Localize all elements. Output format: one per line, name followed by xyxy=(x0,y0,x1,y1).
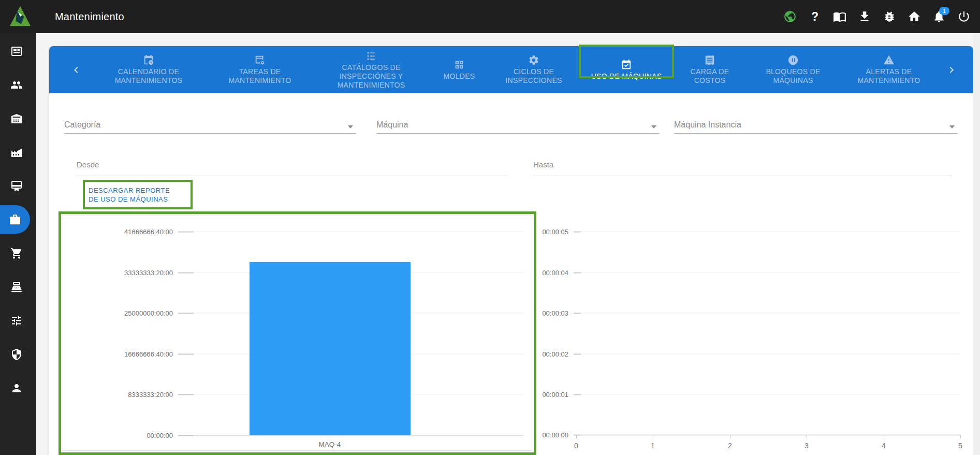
certificate-icon xyxy=(10,180,23,192)
sidebar-item-profile[interactable] xyxy=(0,371,36,405)
tab-alertas-de-mantenimiento[interactable]: ALERTAS DE MANTENIMIENTO xyxy=(840,46,938,93)
tab-tareas-de-mantenimiento[interactable]: TAREAS DE MANTENIMIENTO xyxy=(208,46,312,93)
desde-date-input[interactable]: Desde xyxy=(77,160,506,176)
home-icon[interactable] xyxy=(908,10,921,23)
tab-label: CATÁLOGOS DE INSPECCIÓNES Y MANTENIMIENT… xyxy=(315,63,428,90)
x-category-label: MAQ-4 xyxy=(288,440,371,448)
gridline-row: 00:00:05 xyxy=(534,228,960,236)
maquina-select[interactable]: Máquina xyxy=(376,120,660,134)
tab-label: ALERTAS DE MANTENIMIENTO xyxy=(843,67,935,85)
power-icon[interactable] xyxy=(957,10,971,23)
sidebar-item-factory[interactable] xyxy=(0,135,36,169)
y-tick-label: 00:00:03 xyxy=(534,309,574,317)
list-icon xyxy=(365,50,377,62)
x-tick xyxy=(576,435,577,438)
y-tick-label: 8333333:20:00 xyxy=(63,391,178,399)
categoria-select[interactable]: Categoría xyxy=(64,120,356,134)
x-tick-label: 4 xyxy=(873,442,894,450)
y-tick-label: 33333333:20:00 xyxy=(63,269,178,277)
sidebar-item-security[interactable] xyxy=(0,337,36,371)
calendar-check-icon xyxy=(621,59,632,70)
vertical-scrollbar[interactable] xyxy=(973,33,980,455)
notification-badge: 1 xyxy=(939,7,949,15)
left-chart-highlight-box: 41666666:40:00 33333333:20:00 25000000:0… xyxy=(58,211,536,455)
tab-label: CARGA DE COSTOS xyxy=(676,67,743,85)
warning-icon xyxy=(883,54,895,66)
download-report-link[interactable]: DESCARGAR REPORTE DE USO DE MÁQUINAS xyxy=(83,180,193,209)
page-title: Mantenimiento xyxy=(55,11,124,23)
hasta-date-input[interactable]: Hasta xyxy=(533,160,952,176)
book-icon[interactable] xyxy=(833,10,846,23)
cash-register-icon xyxy=(10,281,23,293)
factory-icon xyxy=(10,146,23,159)
tab-label: TAREAS DE MANTENIMIENTO xyxy=(211,67,309,85)
sidebar-item-people[interactable] xyxy=(0,68,36,102)
y-tick-label: 16666666:40:00 xyxy=(63,350,178,358)
tab-bloqueos-de-maquinas[interactable]: BLOQUEOS DE MÁQUINAS xyxy=(747,46,840,93)
table-settings-icon xyxy=(254,54,266,66)
pause-circle-icon xyxy=(787,54,799,66)
sidebar-item-warehouse[interactable] xyxy=(0,102,36,135)
download-icon[interactable] xyxy=(858,10,871,23)
tab-catalogos-de-inspecciones[interactable]: CATÁLOGOS DE INSPECCIÓNES Y MANTENIMIENT… xyxy=(312,46,431,93)
y-tick-label: 00:00:00 xyxy=(534,431,574,439)
receipt-icon xyxy=(704,54,715,66)
y-tick-label: 00:00:00 xyxy=(63,432,178,439)
desde-label: Desde xyxy=(77,160,506,169)
tab-label: CICLOS DE INSPECCIONES xyxy=(491,67,577,85)
download-report-line1: DESCARGAR REPORTE xyxy=(89,186,191,195)
y-tick-label: 25000000:00:00 xyxy=(63,309,178,317)
chevron-left-icon[interactable] xyxy=(70,64,82,76)
x-tick-label: 1 xyxy=(642,442,663,450)
globe-icon[interactable] xyxy=(783,10,797,23)
sidebar-item-settings[interactable] xyxy=(0,304,36,337)
x-tick xyxy=(807,435,807,438)
shield-icon xyxy=(10,348,23,361)
download-report-line2: DE USO DE MÁQUINAS xyxy=(89,195,191,204)
tab-label: BLOQUEOS DE MÁQUINAS xyxy=(750,67,837,85)
tab-label: USO DE MÁQUINAS xyxy=(591,72,662,81)
briefcase-icon xyxy=(9,214,21,226)
gridline-row: 00:00:03 xyxy=(534,309,960,317)
sidebar-item-maintenance[interactable] xyxy=(0,203,36,236)
tab-label: MOLDES xyxy=(444,72,475,81)
y-tick-label: 41666666:40:00 xyxy=(63,228,178,236)
y-tick-label: 00:00:01 xyxy=(534,391,574,399)
sidebar-item-certificates[interactable] xyxy=(0,169,36,203)
hasta-label: Hasta xyxy=(533,160,952,169)
x-tick-label: 5 xyxy=(950,442,971,450)
tab-carga-de-costos[interactable]: CARGA DE COSTOS xyxy=(673,46,747,93)
top-app-bar: Mantenimiento ? 1 xyxy=(0,0,980,33)
x-tick xyxy=(884,435,884,438)
gridline-row: 00:00:02 xyxy=(534,350,960,358)
sidebar-item-sales[interactable] xyxy=(0,270,36,304)
help-icon[interactable]: ? xyxy=(808,10,822,23)
tab-uso-de-maquinas[interactable]: USO DE MÁQUINAS xyxy=(580,46,673,93)
warehouse-icon xyxy=(10,112,23,125)
grid-icon xyxy=(454,59,465,70)
chevron-down-icon xyxy=(651,125,656,129)
chevron-down-icon xyxy=(348,125,353,129)
gridline-row: 41666666:40:00 xyxy=(63,228,523,236)
maquina-label: Máquina xyxy=(376,120,660,130)
machine-usage-bar-chart: 41666666:40:00 33333333:20:00 25000000:0… xyxy=(63,216,532,451)
tab-ciclos-de-inspecciones[interactable]: CICLOS DE INSPECCIONES xyxy=(488,46,580,93)
person-icon xyxy=(10,382,23,394)
tab-moldes[interactable]: MOLDES xyxy=(431,46,488,93)
chevron-down-icon xyxy=(949,125,955,129)
tab-label: CALENDARIO DE MANTENIMIENTOS xyxy=(92,67,205,85)
sidebar-item-purchases[interactable] xyxy=(0,236,36,270)
secondary-time-chart: 00:00:05 00:00:04 00:00:03 00:00:02 00:0… xyxy=(534,211,972,455)
topbar-actions: ? 1 xyxy=(783,10,971,23)
chevron-right-icon[interactable] xyxy=(945,64,958,76)
sidebar-item-dashboard[interactable] xyxy=(0,34,36,68)
tab-calendario-de-mantenimientos[interactable]: CALENDARIO DE MANTENIMIENTOS xyxy=(89,46,208,93)
bug-icon[interactable] xyxy=(883,10,896,23)
x-tick xyxy=(653,435,653,438)
gear-sync-icon xyxy=(528,54,539,66)
x-tick-label: 0 xyxy=(566,442,587,450)
y-tick-label: 00:00:05 xyxy=(534,228,574,236)
cart-icon xyxy=(10,247,23,260)
bell-icon[interactable]: 1 xyxy=(932,10,946,23)
maquina-instancia-select[interactable]: Máquina Instancia xyxy=(674,120,958,134)
